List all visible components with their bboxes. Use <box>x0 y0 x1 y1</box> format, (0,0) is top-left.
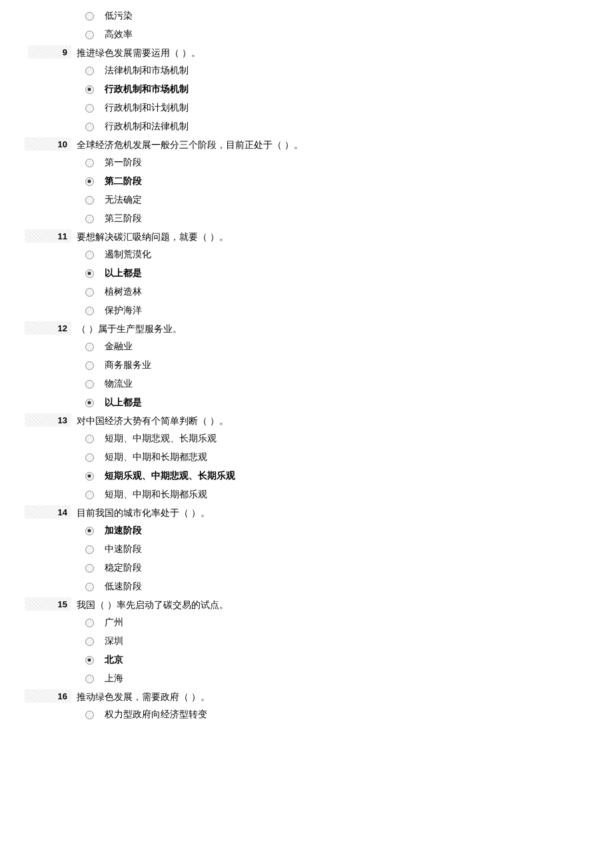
radio-icon[interactable] <box>85 67 94 75</box>
option-row[interactable]: 短期、中期和长期都悲观 <box>77 448 613 467</box>
option-row[interactable]: 权力型政府向经济型转变 <box>77 705 613 724</box>
option-row[interactable]: 第一阶段 <box>77 153 613 172</box>
radio-cell <box>77 67 102 75</box>
question-number-bg: 10 <box>25 137 71 151</box>
option-label: 高效率 <box>102 29 133 41</box>
radio-icon[interactable] <box>85 307 94 315</box>
option-label: 行政机制和法律机制 <box>102 121 189 133</box>
radio-cell <box>77 361 102 370</box>
question-header: 9推进绿色发展需要运用（ ）。 <box>0 45 613 61</box>
option-row[interactable]: 短期乐观、中期悲观、长期乐观 <box>77 467 613 485</box>
radio-icon[interactable] <box>85 583 94 591</box>
radio-cell <box>77 564 102 573</box>
question-header: 15我国（ ）率先启动了碳交易的试点。 <box>0 597 613 613</box>
option-row[interactable]: 稳定阶段 <box>77 559 613 577</box>
radio-icon[interactable] <box>85 123 94 131</box>
option-row[interactable]: 深圳 <box>77 632 613 651</box>
radio-icon[interactable] <box>85 711 94 719</box>
question-number-cell: 10 <box>0 137 77 151</box>
radio-icon[interactable] <box>85 343 94 351</box>
options-container: 权力型政府向经济型转变 <box>77 705 613 724</box>
radio-cell <box>77 288 102 297</box>
option-row[interactable]: 低污染 <box>77 7 613 25</box>
option-row[interactable]: 以上都是 <box>77 393 613 412</box>
option-row[interactable]: 商务服务业 <box>77 356 613 375</box>
radio-icon[interactable] <box>85 491 94 499</box>
option-row[interactable]: 短期、中期和长期都乐观 <box>77 485 613 504</box>
question-block: 14目前我国的城市化率处于（ ）。加速阶段中速阶段稳定阶段低速阶段 <box>0 505 613 596</box>
question-number: 13 <box>58 415 67 425</box>
radio-icon[interactable] <box>85 104 94 113</box>
radio-icon[interactable] <box>85 159 94 167</box>
radio-cell <box>77 31 102 39</box>
question-header: 13对中国经济大势有个简单判断（ ）。 <box>0 413 613 429</box>
radio-icon[interactable] <box>85 453 94 462</box>
option-label: 商务服务业 <box>102 359 151 371</box>
option-row[interactable]: 植树造林 <box>77 283 613 301</box>
radio-icon[interactable] <box>85 545 94 554</box>
option-row[interactable]: 行政机制和计划机制 <box>77 99 613 117</box>
option-label: 物流业 <box>102 378 133 390</box>
question-number-bg: 12 <box>25 321 71 335</box>
question-block: 低污染高效率 <box>0 7 613 44</box>
option-row[interactable]: 遏制荒漠化 <box>77 245 613 264</box>
radio-selected-icon[interactable] <box>85 399 94 407</box>
option-row[interactable]: 行政机制和市场机制 <box>77 80 613 99</box>
question-header: 14目前我国的城市化率处于（ ）。 <box>0 505 613 521</box>
radio-selected-icon[interactable] <box>85 472 94 481</box>
radio-cell <box>77 269 102 278</box>
question-number: 16 <box>58 691 67 701</box>
radio-icon[interactable] <box>85 251 94 259</box>
option-row[interactable]: 无法确定 <box>77 191 613 209</box>
radio-cell <box>77 159 102 167</box>
option-row[interactable]: 物流业 <box>77 375 613 393</box>
options-container: 短期、中期悲观、长期乐观短期、中期和长期都悲观短期乐观、中期悲观、长期乐观短期、… <box>77 429 613 504</box>
radio-selected-icon[interactable] <box>85 527 94 535</box>
question-block: 13对中国经济大势有个简单判断（ ）。短期、中期悲观、长期乐观短期、中期和长期都… <box>0 413 613 504</box>
option-row[interactable]: 以上都是 <box>77 264 613 283</box>
option-row[interactable]: 加速阶段 <box>77 521 613 540</box>
option-row[interactable]: 行政机制和法律机制 <box>77 117 613 136</box>
radio-selected-icon[interactable] <box>85 656 94 665</box>
radio-cell <box>77 583 102 591</box>
option-row[interactable]: 广州 <box>77 613 613 632</box>
radio-selected-icon[interactable] <box>85 177 94 186</box>
option-row[interactable]: 上海 <box>77 669 613 688</box>
radio-icon[interactable] <box>85 288 94 297</box>
radio-selected-icon[interactable] <box>85 269 94 278</box>
radio-cell <box>77 380 102 389</box>
question-number-bg: 9 <box>28 45 71 59</box>
radio-selected-icon[interactable] <box>85 85 94 94</box>
options-container: 加速阶段中速阶段稳定阶段低速阶段 <box>77 521 613 596</box>
radio-icon[interactable] <box>85 637 94 646</box>
option-row[interactable]: 高效率 <box>77 25 613 44</box>
radio-icon[interactable] <box>85 215 94 223</box>
radio-cell <box>77 307 102 315</box>
option-label: 短期、中期和长期都悲观 <box>102 451 207 463</box>
radio-icon[interactable] <box>85 435 94 443</box>
radio-icon[interactable] <box>85 675 94 683</box>
option-row[interactable]: 北京 <box>77 651 613 669</box>
option-row[interactable]: 金融业 <box>77 337 613 356</box>
radio-icon[interactable] <box>85 31 94 39</box>
option-row[interactable]: 中速阶段 <box>77 540 613 559</box>
option-label: 上海 <box>102 673 123 685</box>
option-row[interactable]: 保护海洋 <box>77 301 613 320</box>
radio-icon[interactable] <box>85 361 94 370</box>
question-number-cell: 13 <box>0 413 77 427</box>
radio-icon[interactable] <box>85 196 94 205</box>
radio-cell <box>77 399 102 407</box>
option-row[interactable]: 第二阶段 <box>77 172 613 191</box>
option-row[interactable]: 短期、中期悲观、长期乐观 <box>77 429 613 448</box>
radio-icon[interactable] <box>85 12 94 21</box>
option-label: 广州 <box>102 617 123 629</box>
option-row[interactable]: 低速阶段 <box>77 577 613 596</box>
radio-icon[interactable] <box>85 380 94 389</box>
option-row[interactable]: 第三阶段 <box>77 209 613 228</box>
radio-icon[interactable] <box>85 619 94 627</box>
option-row[interactable]: 法律机制和市场机制 <box>77 61 613 80</box>
radio-icon[interactable] <box>85 564 94 573</box>
question-text: 目前我国的城市化率处于（ ）。 <box>77 505 613 521</box>
option-label: 行政机制和计划机制 <box>102 102 189 114</box>
radio-cell <box>77 215 102 223</box>
